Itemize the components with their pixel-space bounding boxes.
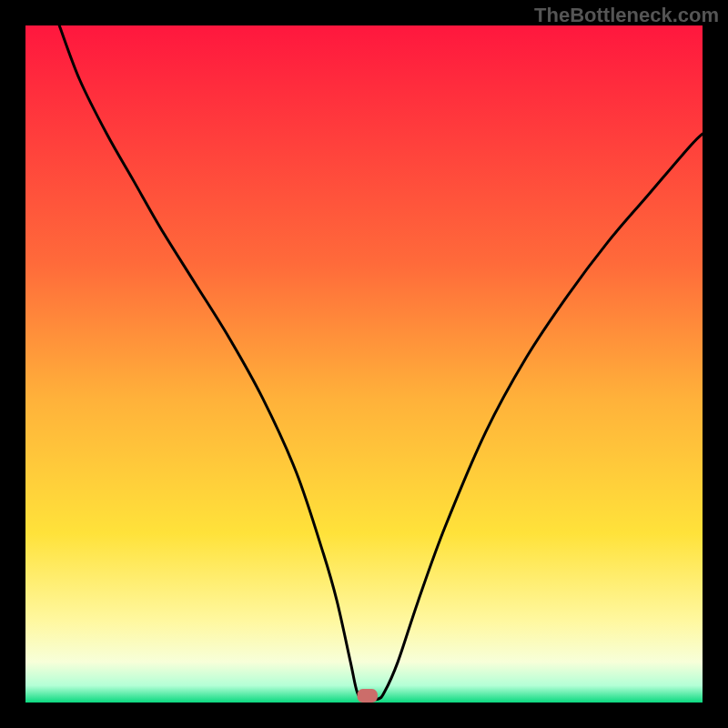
watermark-text: TheBottleneck.com	[534, 4, 719, 27]
bottleneck-chart	[25, 25, 703, 703]
gradient-background	[25, 25, 703, 703]
optimum-marker	[358, 689, 378, 703]
chart-frame: TheBottleneck.com	[0, 0, 728, 728]
plot-area	[25, 25, 703, 703]
